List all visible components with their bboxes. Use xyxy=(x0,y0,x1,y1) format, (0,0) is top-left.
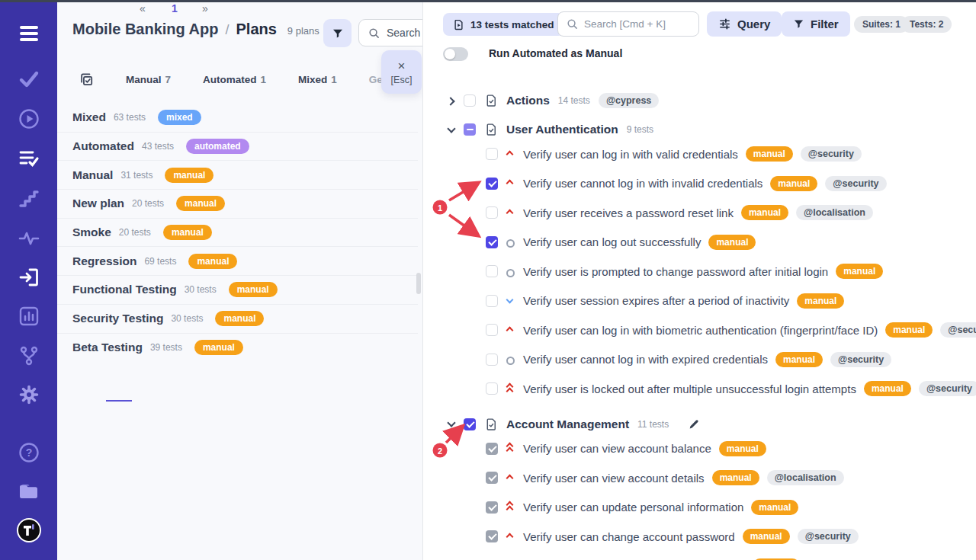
run-automated-toggle[interactable] xyxy=(443,47,468,61)
test-row[interactable]: Verify user is prompted to change passwo… xyxy=(423,257,976,286)
activity-icon[interactable] xyxy=(18,229,40,248)
suite-name[interactable]: User Authentication xyxy=(506,123,618,136)
query-button[interactable]: Query xyxy=(707,11,782,37)
test-checkbox[interactable] xyxy=(486,382,498,395)
test-checkbox-checked-disabled[interactable] xyxy=(486,472,498,484)
test-title[interactable]: Verify user cannot log in with invalid c… xyxy=(523,177,762,190)
test-title[interactable]: Verify user session expires after a peri… xyxy=(523,294,789,307)
plan-row-new-plan[interactable]: New plan 20 tests manual xyxy=(57,190,418,219)
plan-name[interactable]: Functional Testing xyxy=(72,283,177,296)
test-row[interactable]: Verify user can log in with biometric au… xyxy=(423,315,976,345)
check-icon[interactable] xyxy=(18,69,40,89)
chevron-right-icon[interactable] xyxy=(447,97,455,105)
test-checkbox[interactable] xyxy=(486,354,498,366)
tests-matched-button[interactable]: 13 tests matched xyxy=(443,13,564,36)
filter-button[interactable]: Filter xyxy=(782,11,850,37)
plan-row-beta-testing[interactable]: Beta Testing 39 tests manual xyxy=(57,334,418,363)
close-filter-button[interactable]: × [Esc] xyxy=(381,50,422,94)
edit-pencil-icon[interactable] xyxy=(688,418,700,430)
help-icon[interactable]: ? xyxy=(18,442,40,463)
test-row[interactable]: Verify user can log out successfully man… xyxy=(423,228,976,258)
test-row[interactable]: Verify user receives a password reset li… xyxy=(423,198,976,228)
breadcrumb-project[interactable]: Mobile Banking App xyxy=(72,21,218,38)
test-row[interactable]: Verify user can update personal informat… xyxy=(423,493,976,523)
test-title[interactable]: Verify user receives a password reset li… xyxy=(523,206,734,219)
plan-row-manual[interactable]: Manual 31 tests manual xyxy=(57,161,418,190)
test-tag[interactable]: @localisation xyxy=(796,205,873,220)
test-title[interactable]: Verify user is prompted to change passwo… xyxy=(523,265,828,278)
branch-icon[interactable] xyxy=(18,345,40,366)
plan-row-smoke[interactable]: Smoke 20 tests manual xyxy=(57,219,418,248)
chevron-down-icon[interactable] xyxy=(447,126,455,134)
suite-checkbox-checked[interactable] xyxy=(464,418,476,430)
chevron-down-icon[interactable] xyxy=(447,420,455,428)
tab-automated[interactable]: Automated1 xyxy=(203,74,266,85)
test-title[interactable]: Verify user is locked out after multiple… xyxy=(523,382,856,395)
test-row[interactable]: Verify user can change account password … xyxy=(423,522,976,552)
test-row[interactable]: Verify user is locked out after multiple… xyxy=(423,374,976,404)
test-title[interactable]: Verify user can log in with valid creden… xyxy=(523,148,738,161)
test-tag[interactable]: @security xyxy=(830,352,891,367)
select-all-icon[interactable] xyxy=(79,72,94,87)
test-title[interactable]: Verify user can change account password xyxy=(523,530,735,543)
plan-name[interactable]: New plan xyxy=(72,197,124,210)
plan-row-mixed[interactable]: Mixed 63 tests mixed xyxy=(57,104,418,133)
plan-row-functional-testing[interactable]: Functional Testing 30 tests manual xyxy=(57,276,418,305)
logo[interactable] xyxy=(16,517,42,543)
test-tag[interactable]: @security xyxy=(919,381,976,396)
test-checkbox[interactable] xyxy=(486,295,498,307)
test-checkbox-checked-disabled[interactable] xyxy=(486,501,498,514)
plans-search-input[interactable] xyxy=(387,27,423,39)
test-tag[interactable]: @security xyxy=(825,176,886,191)
test-row[interactable]: Verify user cannot log in with invalid c… xyxy=(423,169,976,199)
pagination-prev[interactable]: « xyxy=(140,2,146,14)
test-title[interactable]: Verify user can view account details xyxy=(523,472,705,485)
play-circle-icon[interactable] xyxy=(18,108,40,130)
test-checkbox[interactable] xyxy=(486,265,498,277)
plan-row-regression[interactable]: Regression 69 tests manual xyxy=(57,247,418,276)
plan-name[interactable]: Security Testing xyxy=(72,312,163,325)
pagination-next[interactable]: » xyxy=(202,2,208,14)
test-checkbox-checked[interactable] xyxy=(486,178,498,190)
test-checkbox[interactable] xyxy=(486,206,498,219)
test-tag[interactable]: @security xyxy=(801,146,862,162)
plan-row-security-testing[interactable]: Security Testing 30 tests manual xyxy=(57,305,418,334)
plans-filter-button[interactable] xyxy=(323,19,352,47)
tests-search-input[interactable] xyxy=(584,18,691,30)
suite-tag[interactable]: @cypress xyxy=(599,93,659,108)
test-checkbox[interactable] xyxy=(486,148,498,160)
test-tag[interactable]: @security xyxy=(940,322,976,338)
plan-name[interactable]: Automated xyxy=(72,139,134,153)
test-title[interactable]: Verify user can update personal informat… xyxy=(523,501,743,514)
test-row[interactable]: Verify user cannot log in with expired c… xyxy=(423,345,976,375)
suite-checkbox-indeterminate[interactable] xyxy=(464,123,476,136)
test-title[interactable]: Verify user can view account balance xyxy=(523,442,711,455)
test-tag[interactable]: @localisation xyxy=(767,470,844,485)
suite-name[interactable]: Account Management xyxy=(506,418,629,431)
tab-mixed[interactable]: Mixed1 xyxy=(298,74,337,85)
test-checkbox-checked-disabled[interactable] xyxy=(486,530,498,542)
plan-name[interactable]: Mixed xyxy=(72,110,106,124)
plan-name[interactable]: Manual xyxy=(72,168,113,182)
test-tag[interactable]: @security xyxy=(798,529,859,544)
steps-icon[interactable] xyxy=(18,189,40,209)
test-checkbox-checked[interactable] xyxy=(486,236,498,248)
bar-chart-icon[interactable] xyxy=(18,306,40,327)
settings-icon[interactable] xyxy=(18,384,40,405)
test-title[interactable]: Verify user can log out successfully xyxy=(523,235,701,248)
suite-checkbox[interactable] xyxy=(464,94,476,107)
plan-row-automated[interactable]: Automated 43 tests automated xyxy=(57,133,418,162)
pagination-page-1[interactable]: 1 xyxy=(172,2,178,14)
test-row[interactable]: Verify user session expires after a peri… xyxy=(423,286,976,316)
plan-name[interactable]: Regression xyxy=(72,254,136,268)
test-row[interactable]: Verify user can log in with valid creden… xyxy=(423,139,976,169)
scrollbar-thumb[interactable] xyxy=(416,273,421,294)
test-title[interactable]: Verify user can log in with biometric au… xyxy=(523,324,878,337)
plan-name[interactable]: Beta Testing xyxy=(72,341,143,354)
list-check-icon[interactable] xyxy=(18,149,40,168)
test-checkbox[interactable] xyxy=(486,324,498,336)
test-row[interactable]: Verify user can view account details man… xyxy=(423,463,976,493)
test-row[interactable]: Verify user can link/unlink external acc… xyxy=(423,552,976,560)
test-row[interactable]: Verify user can view account balance man… xyxy=(423,434,976,464)
suite-row-actions[interactable]: Actions 14 tests @cypress xyxy=(423,86,976,115)
